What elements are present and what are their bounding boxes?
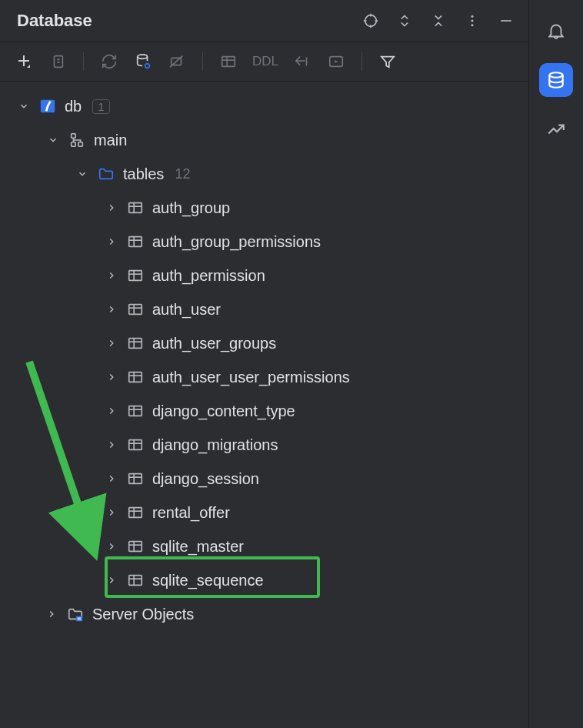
chevron-down-icon[interactable] [46,133,60,147]
server-objects-label: Server Objects [92,606,194,623]
copy-button[interactable] [48,52,68,72]
ddl-button[interactable]: DDL [252,54,278,69]
table-name: django_migrations [152,436,278,454]
chevron-right-icon[interactable] [105,404,118,418]
chevron-right-icon[interactable] [105,506,118,519]
tree-node-table[interactable]: auth_permission [6,259,522,292]
table-name: auth_group [152,199,230,217]
tree-node-table[interactable]: rental_offer [6,496,522,529]
database-tool-button[interactable] [539,63,573,97]
chevron-right-icon[interactable] [105,573,118,587]
svg-rect-66 [76,616,82,621]
svg-point-0 [365,15,377,27]
table-name: django_content_type [152,402,295,420]
refresh-button[interactable] [99,52,119,72]
tree-node-table[interactable]: sqlite_sequence [6,563,522,597]
server-objects-icon [66,605,85,623]
table-name: auth_user_user_permissions [152,369,350,386]
svg-rect-51 [129,440,142,450]
add-button[interactable] [14,52,34,72]
filter-button[interactable] [378,52,398,72]
tree-node-db[interactable]: db 1 [6,89,522,123]
panel-header: Database [0,0,528,42]
disconnect-button[interactable] [167,52,187,72]
datasource-settings-button[interactable] [133,52,153,72]
svg-point-5 [471,15,474,18]
more-icon[interactable] [464,12,481,29]
table-name: auth_group_permissions [152,233,321,251]
toolbar-separator [202,52,203,71]
tree-node-table[interactable]: django_migrations [6,428,522,462]
tree-node-table[interactable]: django_content_type [6,394,522,428]
target-icon[interactable] [362,12,379,29]
chevron-right-icon[interactable] [105,370,118,384]
notifications-button[interactable] [539,14,573,48]
table-icon [126,571,145,589]
tree-node-server-objects[interactable]: Server Objects [6,597,522,631]
tables-folder-label: tables [123,165,164,183]
collapse-icon[interactable] [430,12,447,29]
chevron-right-icon[interactable] [105,235,118,249]
chevron-right-icon[interactable] [45,607,58,621]
tree-node-schema[interactable]: main [6,123,522,157]
tree-node-table[interactable]: auth_group [6,191,522,225]
chevron-right-icon[interactable] [105,269,118,282]
table-name: django_session [152,470,259,488]
jump-button[interactable] [292,52,312,72]
chevron-down-icon[interactable] [17,99,31,113]
expand-collapse-icon[interactable] [396,12,413,29]
table-icon [126,537,145,556]
svg-marker-24 [335,60,338,63]
chevron-right-icon[interactable] [105,336,118,350]
svg-rect-63 [129,576,142,586]
table-view-button[interactable] [218,52,238,72]
table-name: sqlite_master [152,538,244,556]
chevron-right-icon[interactable] [105,201,118,215]
table-icon [126,436,145,454]
table-icon [126,402,145,420]
chevron-down-icon[interactable] [75,167,89,181]
svg-rect-18 [222,57,235,67]
panel-title: Database [17,11,92,31]
chevron-right-icon[interactable] [105,438,118,452]
chevron-right-icon[interactable] [105,539,118,553]
table-name: auth_permission [152,267,265,285]
chevron-right-icon[interactable] [105,472,118,486]
svg-point-14 [138,55,148,59]
analytics-tool-button[interactable] [539,112,573,146]
svg-point-6 [471,20,474,22]
db-badge: 1 [92,99,109,114]
table-icon [126,469,145,488]
svg-rect-39 [129,305,142,315]
svg-rect-57 [129,508,142,518]
console-button[interactable] [326,52,346,72]
svg-rect-42 [129,339,142,349]
tree-node-table[interactable]: auth_user_groups [6,326,522,360]
right-rail [529,0,583,728]
sqlite-icon [38,97,57,115]
header-actions [362,12,515,29]
svg-point-69 [549,72,562,78]
tree-node-table[interactable]: auth_user_user_permissions [6,360,522,394]
svg-rect-28 [72,142,76,147]
svg-rect-33 [129,237,142,247]
tree-node-tables-folder[interactable]: tables 12 [6,157,522,191]
tree-node-table[interactable]: auth_user [6,292,522,326]
svg-rect-36 [129,271,142,281]
svg-rect-30 [129,203,142,213]
folder-icon [97,165,115,183]
table-name: auth_user_groups [152,335,276,352]
chevron-right-icon[interactable] [105,302,118,316]
db-label: db [65,98,82,115]
tree-node-table[interactable]: sqlite_master [6,529,522,563]
svg-rect-29 [78,142,83,147]
table-icon [126,232,145,251]
svg-point-7 [471,24,474,26]
minimize-icon[interactable] [498,12,515,29]
tree-node-table[interactable]: django_session [6,462,522,496]
svg-rect-54 [129,474,142,484]
svg-rect-48 [129,406,142,416]
toolbar-separator [361,52,362,71]
tree-node-table[interactable]: auth_group_permissions [6,225,522,259]
svg-rect-27 [72,134,76,139]
